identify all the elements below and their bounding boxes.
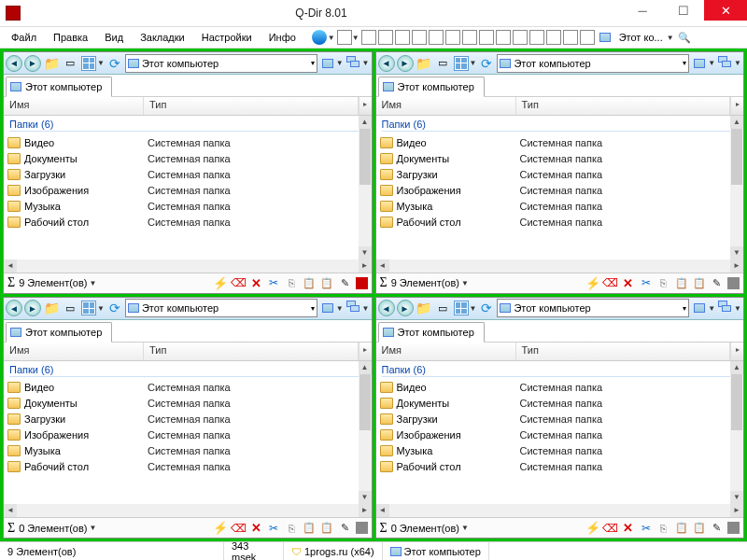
tab-active[interactable]: Этот компьютер xyxy=(6,77,112,97)
edit-icon[interactable]: ✎ xyxy=(710,521,724,535)
network-view-button[interactable] xyxy=(717,55,734,72)
col-name[interactable]: Имя xyxy=(376,97,516,115)
scrollbar-horizontal[interactable]: ◄► xyxy=(4,504,372,517)
paste-icon[interactable]: 📋 xyxy=(303,521,317,535)
scrollbar-vertical[interactable]: ▲▼ xyxy=(730,361,743,505)
forward-button[interactable]: ► xyxy=(24,55,41,72)
col-type[interactable]: Тип xyxy=(516,343,731,360)
cut-icon[interactable]: ✂ xyxy=(639,521,653,535)
filter-icon[interactable]: ⚡ xyxy=(585,521,599,535)
list-item[interactable]: МузыкаСистемная папка xyxy=(376,443,744,459)
layout-14-button[interactable] xyxy=(580,30,595,45)
back-button[interactable]: ◄ xyxy=(378,55,395,72)
list-item[interactable]: Рабочий столСистемная папка xyxy=(4,459,372,475)
list-item[interactable]: ВидеоСистемная папка xyxy=(376,134,744,150)
list-item[interactable]: ЗагрузкиСистемная папка xyxy=(4,412,372,427)
list-item[interactable]: ДокументыСистемная папка xyxy=(4,396,372,412)
paste-icon[interactable]: 📋 xyxy=(674,276,688,290)
network-view-button[interactable] xyxy=(345,55,362,72)
col-type[interactable]: Тип xyxy=(144,97,359,115)
grid-icon[interactable] xyxy=(356,522,368,534)
titlebar[interactable]: Q-Dir 8.01 ─ ☐ ✕ xyxy=(0,0,747,26)
refresh-button[interactable]: ⟳ xyxy=(106,300,123,316)
magnifier-icon[interactable]: 🔍 xyxy=(676,29,693,46)
col-name[interactable]: Имя xyxy=(4,343,144,360)
layout-2-button[interactable] xyxy=(378,30,393,45)
menu-settings[interactable]: Настройки xyxy=(194,30,260,45)
paste-icon[interactable]: 📋 xyxy=(303,276,317,290)
list-item[interactable]: ИзображенияСистемная папка xyxy=(376,182,744,198)
up-button[interactable]: 📁 xyxy=(416,300,432,316)
minimize-button[interactable]: ─ xyxy=(622,0,663,21)
list-item[interactable]: ЗагрузкиСистемная папка xyxy=(376,412,744,427)
scrollbar-horizontal[interactable]: ◄► xyxy=(4,259,372,273)
explorer-button[interactable]: ▭ xyxy=(434,55,451,72)
up-button[interactable]: 📁 xyxy=(416,55,432,72)
tab-active[interactable]: Этот компьютер xyxy=(378,77,485,97)
forward-button[interactable]: ► xyxy=(24,300,41,316)
list-item[interactable]: ВидеоСистемная папка xyxy=(4,134,372,150)
address-bar[interactable]: Этот компьютер▾ xyxy=(125,299,317,317)
refresh-button[interactable]: ⟳ xyxy=(106,55,123,72)
list-item[interactable]: ИзображенияСистемная папка xyxy=(4,427,372,443)
edit-icon[interactable]: ✎ xyxy=(338,521,352,535)
remove-icon[interactable]: ✕ xyxy=(621,521,635,535)
menu-info[interactable]: Инфо xyxy=(261,30,303,45)
layout-10-button[interactable] xyxy=(513,30,528,45)
layout-5-button[interactable] xyxy=(429,30,444,45)
maximize-button[interactable]: ☐ xyxy=(663,0,704,21)
copy-icon[interactable]: ⎘ xyxy=(285,276,299,290)
cut-icon[interactable]: ✂ xyxy=(267,521,281,535)
forward-button[interactable]: ► xyxy=(397,55,414,72)
layout-7-button[interactable] xyxy=(462,30,477,45)
delete-icon[interactable]: ⌫ xyxy=(603,276,617,290)
list-item[interactable]: Рабочий столСистемная папка xyxy=(376,459,744,475)
copy-icon[interactable]: ⎘ xyxy=(656,276,670,290)
grid-icon[interactable] xyxy=(727,277,740,289)
menu-bookmarks[interactable]: Закладки xyxy=(133,30,192,45)
scrollbar-horizontal[interactable]: ◄► xyxy=(376,504,744,517)
paste-icon[interactable]: 📋 xyxy=(674,521,688,535)
back-button[interactable]: ◄ xyxy=(378,300,395,316)
computer-view-button[interactable] xyxy=(691,55,708,72)
computer-view-button[interactable] xyxy=(691,300,708,316)
list-item[interactable]: Рабочий столСистемная папка xyxy=(376,214,744,230)
menu-edit[interactable]: Правка xyxy=(46,30,95,45)
list-item[interactable]: ВидеоСистемная папка xyxy=(376,380,744,396)
filter-icon[interactable]: ⚡ xyxy=(214,521,228,535)
filter-icon[interactable]: ⚡ xyxy=(214,276,228,290)
list-item[interactable]: ДокументыСистемная папка xyxy=(376,150,744,166)
list-item[interactable]: МузыкаСистемная папка xyxy=(4,443,372,459)
remove-icon[interactable]: ✕ xyxy=(249,521,263,535)
paste2-icon[interactable]: 📋 xyxy=(320,521,334,535)
tab-active[interactable]: Этот компьютер xyxy=(378,322,485,343)
explorer-button[interactable]: ▭ xyxy=(62,300,78,316)
list-item[interactable]: ДокументыСистемная папка xyxy=(4,150,372,166)
edit-icon[interactable]: ✎ xyxy=(710,276,724,290)
forward-button[interactable]: ► xyxy=(397,300,414,316)
list-item[interactable]: МузыкаСистемная папка xyxy=(4,198,372,214)
scrollbar-horizontal[interactable]: ◄► xyxy=(376,259,744,273)
layout-1-button[interactable] xyxy=(361,30,376,45)
col-scroll[interactable]: ▸ xyxy=(359,97,372,115)
col-scroll[interactable]: ▸ xyxy=(359,343,372,360)
grid-icon[interactable] xyxy=(727,522,740,534)
view-button[interactable] xyxy=(80,300,97,316)
address-bar[interactable]: Этот компьютер▾ xyxy=(497,54,689,73)
list-item[interactable]: МузыкаСистемная папка xyxy=(376,198,744,214)
back-button[interactable]: ◄ xyxy=(6,300,22,316)
scrollbar-vertical[interactable]: ▲▼ xyxy=(730,116,743,259)
list-item[interactable]: ВидеоСистемная папка xyxy=(4,380,372,396)
col-scroll[interactable]: ▸ xyxy=(730,343,743,360)
layout-6-button[interactable] xyxy=(445,30,460,45)
paste2-icon[interactable]: 📋 xyxy=(692,521,706,535)
refresh-button[interactable]: ⟳ xyxy=(478,55,495,72)
filter-icon[interactable]: ⚡ xyxy=(585,276,599,290)
list-item[interactable]: Рабочий столСистемная папка xyxy=(4,214,372,230)
group-header[interactable]: Папки (6) xyxy=(4,361,372,380)
list-item[interactable]: ИзображенияСистемная папка xyxy=(4,182,372,198)
network-view-button[interactable] xyxy=(345,300,362,316)
copy-icon[interactable]: ⎘ xyxy=(285,521,299,535)
network-view-button[interactable] xyxy=(717,300,734,316)
tab-active[interactable]: Этот компьютер xyxy=(6,322,112,343)
